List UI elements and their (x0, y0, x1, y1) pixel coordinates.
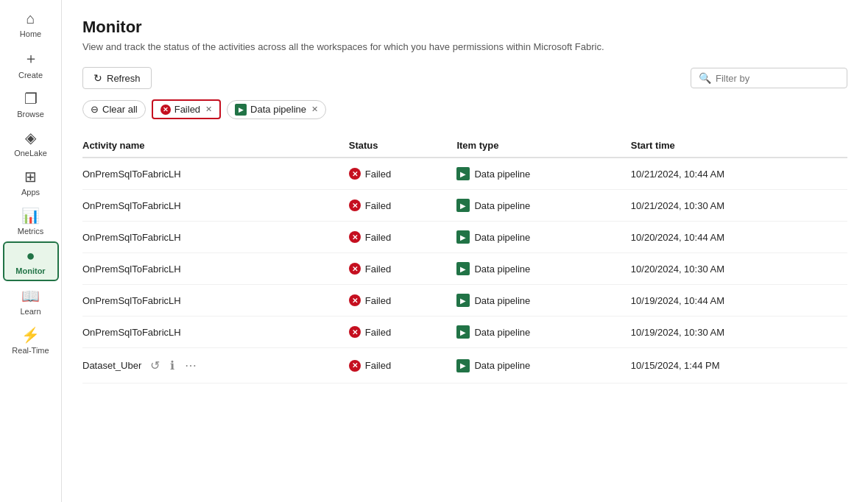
table-row: OnPremSqlToFabricLH✕Failed▶Data pipeline… (82, 317, 847, 348)
activity-name-cell: Dataset_Uber↺ℹ⋯ (82, 348, 349, 383)
learn-icon: 📖 (21, 287, 40, 305)
status-text: Failed (365, 169, 391, 180)
item-type-value: ▶Data pipeline (456, 199, 621, 212)
clear-all-chip[interactable]: ⊖ Clear all (82, 100, 146, 119)
page-title: Monitor (82, 18, 847, 37)
more-icon[interactable]: ⋯ (182, 357, 200, 374)
filter-input-wrap[interactable]: 🔍 (691, 68, 847, 88)
failed-chip-close-icon[interactable]: ✕ (205, 105, 212, 114)
sidebar-item-metrics[interactable]: 📊Metrics (3, 202, 59, 240)
item-type-cell: ▶Data pipeline (456, 253, 630, 285)
sidebar: ⌂Home＋Create❐Browse◈OneLake⊞Apps📊Metrics… (0, 0, 62, 502)
info-icon[interactable]: ℹ (167, 357, 177, 374)
activity-name: OnPremSqlToFabricLH (82, 264, 181, 275)
status-value: ✕Failed (349, 294, 448, 306)
apps-icon: ⊞ (24, 168, 37, 185)
item-type-value: ▶Data pipeline (456, 294, 621, 307)
activity-cell: OnPremSqlToFabricLH (82, 232, 340, 243)
activity-name: OnPremSqlToFabricLH (82, 169, 181, 180)
item-type-text: Data pipeline (474, 264, 530, 275)
refresh-button[interactable]: ↻ Refresh (82, 67, 152, 89)
metrics-icon: 📊 (21, 207, 40, 225)
table-row: OnPremSqlToFabricLH✕Failed▶Data pipeline… (82, 253, 847, 285)
start-time-cell: 10/21/2024, 10:44 AM (631, 158, 847, 190)
table-row: OnPremSqlToFabricLH✕Failed▶Data pipeline… (82, 158, 847, 190)
refresh-label: Refresh (107, 73, 141, 84)
activity-cell: Dataset_Uber↺ℹ⋯ (82, 357, 340, 374)
failed-status-icon: ✕ (349, 231, 361, 243)
status-value: ✕Failed (349, 360, 448, 372)
activity-cell: OnPremSqlToFabricLH (82, 169, 340, 180)
item-type-text: Data pipeline (474, 232, 530, 243)
status-cell: ✕Failed (349, 190, 457, 222)
data-pipeline-icon: ▶ (456, 199, 470, 212)
pipeline-chip-close-icon[interactable]: ✕ (311, 105, 318, 114)
status-text: Failed (365, 232, 391, 243)
table-header: Activity name Status Item type Start tim… (82, 134, 847, 158)
rerun-icon[interactable]: ↺ (147, 357, 163, 374)
col-activity-name: Activity name (82, 134, 349, 158)
item-type-text: Data pipeline (474, 295, 530, 306)
item-type-cell: ▶Data pipeline (456, 190, 630, 222)
main-content: Monitor View and track the status of the… (62, 0, 868, 502)
sidebar-item-create[interactable]: ＋Create (3, 44, 59, 84)
status-cell: ✕Failed (349, 253, 457, 285)
sidebar-item-home[interactable]: ⌂Home (3, 6, 59, 43)
create-icon: ＋ (24, 49, 38, 68)
sidebar-label-browse: Browse (17, 110, 44, 119)
onelake-icon: ◈ (25, 129, 36, 146)
sidebar-item-monitor[interactable]: ●Monitor (3, 241, 59, 281)
failed-status-icon: ✕ (349, 263, 361, 275)
data-pipeline-icon: ▶ (456, 294, 470, 307)
data-pipeline-icon: ▶ (456, 230, 470, 244)
activity-name: OnPremSqlToFabricLH (82, 327, 181, 338)
sidebar-item-browse[interactable]: ❐Browse (3, 85, 59, 123)
home-icon: ⌂ (26, 10, 35, 27)
failed-status-icon: ✕ (349, 326, 361, 338)
item-type-text: Data pipeline (474, 200, 530, 211)
item-type-text: Data pipeline (474, 327, 530, 338)
toolbar: ↻ Refresh 🔍 (82, 67, 847, 89)
item-type-cell: ▶Data pipeline (456, 348, 630, 383)
item-type-text: Data pipeline (474, 360, 530, 371)
item-type-text: Data pipeline (474, 169, 530, 180)
sidebar-item-apps[interactable]: ⊞Apps (3, 163, 59, 201)
col-item-type: Item type (456, 134, 630, 158)
status-text: Failed (365, 200, 391, 211)
failed-chip-label: Failed (174, 104, 200, 115)
browse-icon: ❐ (24, 90, 38, 107)
sidebar-item-learn[interactable]: 📖Learn (3, 283, 59, 320)
status-text: Failed (365, 264, 391, 275)
sidebar-label-monitor: Monitor (15, 266, 45, 275)
filter-input[interactable] (716, 73, 839, 84)
activity-name-cell: OnPremSqlToFabricLH (82, 158, 349, 190)
activity-name-cell: OnPremSqlToFabricLH (82, 253, 349, 285)
item-type-value: ▶Data pipeline (456, 262, 621, 275)
monitor-icon: ● (26, 247, 35, 264)
start-time-cell: 10/20/2024, 10:44 AM (631, 222, 847, 253)
sidebar-item-realtime[interactable]: ⚡Real-Time (3, 322, 59, 359)
status-text: Failed (365, 327, 391, 338)
sidebar-item-onelake[interactable]: ◈OneLake (3, 124, 59, 162)
start-time-cell: 10/21/2024, 10:30 AM (631, 190, 847, 222)
activity-name: Dataset_Uber (82, 360, 141, 371)
sidebar-label-metrics: Metrics (18, 227, 43, 236)
status-cell: ✕Failed (349, 317, 457, 348)
activity-table: Activity name Status Item type Start tim… (82, 134, 847, 383)
failed-status-icon: ✕ (349, 294, 361, 306)
pipeline-filter-chip[interactable]: ▶ Data pipeline ✕ (227, 100, 326, 119)
sidebar-label-home: Home (20, 29, 41, 38)
search-icon: 🔍 (699, 72, 711, 84)
start-time-cell: 10/19/2024, 10:30 AM (631, 317, 847, 348)
status-value: ✕Failed (349, 168, 448, 180)
status-cell: ✕Failed (349, 222, 457, 253)
toolbar-left: ↻ Refresh (82, 67, 152, 89)
pipeline-chip-label: Data pipeline (250, 104, 306, 115)
failed-filter-chip[interactable]: ✕ Failed ✕ (152, 99, 221, 119)
failed-status-icon: ✕ (349, 360, 361, 372)
sidebar-label-apps: Apps (21, 188, 40, 197)
item-type-value: ▶Data pipeline (456, 167, 621, 180)
activity-cell: OnPremSqlToFabricLH (82, 327, 340, 338)
sidebar-label-onelake: OneLake (14, 149, 47, 158)
failed-dot-icon: ✕ (160, 105, 171, 115)
